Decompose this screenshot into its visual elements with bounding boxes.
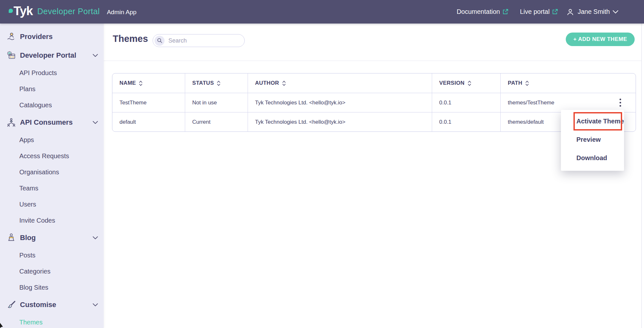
sidebar-item-developer-portal[interactable]: Developer Portal — [0, 46, 104, 65]
chevron-down-icon — [93, 236, 98, 239]
api-consumers-icon — [6, 117, 17, 128]
top-header: Tyk Developer Portal Admin App Documenta… — [0, 0, 644, 24]
mouse-cursor — [0, 323, 5, 328]
sidebar-item-label: Teams — [19, 185, 38, 192]
developer-portal-icon — [6, 50, 17, 61]
sidebar-item-categories[interactable]: Categories — [0, 263, 104, 279]
sidebar-item-label: Providers — [20, 33, 53, 41]
sidebar-item-organisations[interactable]: Organisations — [0, 164, 104, 180]
sort-icon — [525, 81, 529, 86]
column-label: NAME — [119, 80, 136, 86]
add-new-theme-button[interactable]: + ADD NEW THEME — [566, 33, 635, 46]
sort-icon — [468, 81, 471, 86]
sidebar-item-label: Access Requests — [19, 152, 69, 160]
sidebar-item-label: Apps — [19, 136, 34, 144]
sidebar-item-label: Blog Sites — [19, 284, 48, 291]
providers-icon — [6, 31, 17, 42]
blog-icon — [6, 232, 17, 243]
column-header-status[interactable]: STATUS — [185, 73, 248, 93]
table-cell-author: Tyk Technologies Ltd. <hello@tyk.io> — [248, 112, 432, 131]
external-link-icon — [552, 9, 558, 15]
table-cell-version: 0.0.1 — [432, 93, 500, 112]
sidebar-item-themes[interactable]: Themes — [0, 314, 104, 328]
sidebar-item-posts[interactable]: Posts — [0, 247, 104, 263]
table-cell-version: 0.0.1 — [432, 112, 500, 131]
sidebar-item-label: Organisations — [19, 169, 59, 176]
sidebar-item-catalogues[interactable]: Catalogues — [0, 97, 104, 113]
user-menu[interactable]: Jane Smith — [566, 8, 618, 16]
chevron-down-icon — [613, 10, 618, 14]
sidebar-item-label: Plans — [19, 85, 35, 93]
tyk-leaf-icon — [9, 9, 13, 13]
table-cell-status: Current — [185, 112, 248, 131]
sidebar-item-customise[interactable]: Customise — [0, 295, 104, 314]
menu-item-download[interactable]: Download — [561, 149, 624, 167]
column-header-path[interactable]: PATH — [500, 73, 605, 93]
table-cell-path: themes/TestTheme — [500, 93, 605, 112]
sidebar-item-label: Invite Codes — [19, 217, 55, 224]
logo-product-label: Developer Portal — [37, 7, 100, 16]
page-title: Themes — [113, 34, 148, 44]
column-label: STATUS — [192, 80, 214, 86]
sidebar-item-plans[interactable]: Plans — [0, 81, 104, 97]
content-divider — [104, 61, 641, 61]
kebab-menu-icon[interactable] — [616, 97, 624, 109]
external-link-icon — [502, 9, 508, 15]
sidebar-item-label: Themes — [19, 319, 43, 326]
sidebar-item-access-requests[interactable]: Access Requests — [0, 148, 104, 164]
documentation-link-label: Documentation — [457, 8, 500, 15]
sort-icon — [217, 81, 221, 86]
user-name: Jane Smith — [578, 8, 610, 15]
sidebar-item-apps[interactable]: Apps — [0, 132, 104, 148]
column-header-version[interactable]: VERSION — [432, 73, 500, 93]
sidebar-item-users[interactable]: Users — [0, 196, 104, 212]
sidebar-item-label: API Products — [19, 69, 57, 77]
column-label: AUTHOR — [255, 80, 279, 86]
sidebar-item-invite-codes[interactable]: Invite Codes — [0, 212, 104, 228]
scrollbar-track[interactable] — [641, 24, 644, 328]
user-icon — [566, 8, 574, 16]
sidebar-item-label: Users — [19, 201, 36, 208]
sort-icon — [139, 81, 143, 86]
chevron-down-icon — [93, 121, 98, 124]
logo-text: Tyk — [14, 5, 33, 17]
themes-table: NAME STATUS AUTHOR VERSION PATH TestThem… — [112, 73, 636, 132]
table-cell-author: Tyk Technologies Ltd. <hello@tyk.io> — [248, 93, 432, 112]
sidebar-item-api-products[interactable]: API Products — [0, 65, 104, 81]
sidebar-item-blog-sites[interactable]: Blog Sites — [0, 279, 104, 295]
sidebar-item-label: Categories — [19, 268, 51, 275]
sidebar-item-label: Developer Portal — [20, 51, 76, 60]
app-label: Admin App — [107, 9, 137, 16]
sidebar-item-label: Customise — [20, 301, 56, 309]
documentation-link[interactable]: Documentation — [457, 8, 508, 15]
search-box — [153, 34, 245, 47]
column-label: VERSION — [439, 80, 465, 86]
chevron-down-icon — [93, 304, 98, 306]
sidebar-item-providers[interactable]: Providers — [0, 27, 104, 46]
customise-icon — [6, 299, 17, 310]
search-input[interactable] — [168, 37, 236, 44]
menu-item-activate-theme[interactable]: Activate Theme — [561, 112, 624, 130]
theme-actions-menu: Activate Theme Preview Download — [561, 110, 624, 171]
sidebar-item-label: Catalogues — [19, 101, 52, 109]
chevron-down-icon — [93, 54, 98, 57]
row-actions-cell — [605, 93, 636, 112]
sidebar-item-label: API Consumers — [20, 118, 73, 127]
column-header-author[interactable]: AUTHOR — [248, 73, 432, 93]
table-cell-name: TestTheme — [112, 93, 185, 112]
table-cell-name: default — [112, 112, 185, 131]
menu-item-preview[interactable]: Preview — [561, 130, 624, 149]
table-cell-status: Not in use — [185, 93, 248, 112]
sidebar-item-label: Blog — [20, 234, 36, 242]
live-portal-link[interactable]: Live portal — [520, 8, 558, 15]
sidebar-item-teams[interactable]: Teams — [0, 180, 104, 196]
sidebar-item-api-consumers[interactable]: API Consumers — [0, 113, 104, 132]
sidebar: Providers Developer Portal API Products … — [0, 24, 104, 328]
live-portal-link-label: Live portal — [520, 8, 550, 15]
sidebar-item-blog[interactable]: Blog — [0, 228, 104, 247]
tyk-logo[interactable]: Tyk Developer Portal Admin App — [9, 5, 137, 19]
sidebar-item-label: Posts — [19, 252, 35, 259]
search-icon — [155, 36, 165, 46]
sort-icon — [282, 81, 286, 86]
column-header-name[interactable]: NAME — [112, 73, 185, 93]
